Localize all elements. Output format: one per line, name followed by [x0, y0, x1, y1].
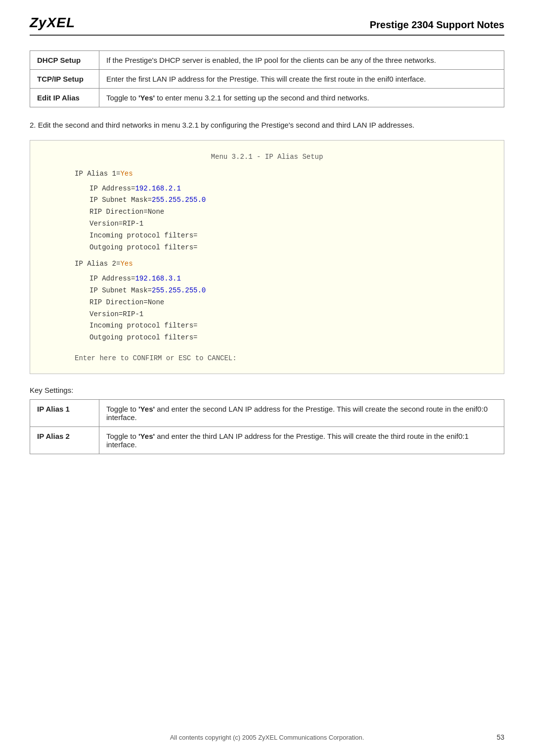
terminal-field: IP Subnet Mask=255.255.255.0 [89, 194, 489, 206]
terminal-box: Menu 3.2.1 - IP Alias Setup IP Alias 1=Y… [30, 140, 504, 374]
row-label: Edit IP Alias [30, 89, 99, 107]
paragraph-text: 2. Edit the second and third networks in… [30, 119, 504, 131]
info-table-2: IP Alias 1Toggle to 'Yes' and enter the … [30, 399, 504, 454]
table-row: Edit IP AliasToggle to 'Yes' to enter me… [30, 89, 504, 107]
row-content: Toggle to 'Yes' to enter menu 3.2.1 for … [99, 89, 504, 107]
terminal-field: Incoming protocol filters= [89, 230, 489, 242]
row-label: TCP/IP Setup [30, 70, 99, 89]
table-row: IP Alias 1Toggle to 'Yes' and enter the … [30, 399, 504, 426]
logo: ZyXEL [30, 15, 75, 31]
row-label: DHCP Setup [30, 51, 99, 70]
row-label: IP Alias 2 [30, 426, 99, 454]
terminal-field: RIP Direction=None [89, 206, 489, 218]
row-content: If the Prestige's DHCP server is enabled… [99, 51, 504, 70]
row-content: Toggle to 'Yes' and enter the third LAN … [99, 426, 504, 454]
terminal-field: IP Subnet Mask=255.255.255.0 [89, 285, 489, 297]
header-title: Prestige 2304 Support Notes [370, 19, 504, 31]
confirm-line: Enter here to CONFIRM or ESC to CANCEL: [75, 353, 489, 365]
terminal-field: Incoming protocol filters= [89, 320, 489, 332]
terminal-field: Version=RIP-1 [89, 218, 489, 230]
table-row: TCP/IP SetupEnter the first LAN IP addre… [30, 70, 504, 89]
terminal-field: IP Address=192.168.2.1 [89, 183, 489, 195]
info-table-1: DHCP SetupIf the Prestige's DHCP server … [30, 50, 504, 107]
header: ZyXEL Prestige 2304 Support Notes [30, 15, 504, 36]
key-settings-label: Key Settings: [30, 386, 504, 394]
terminal-field: RIP Direction=None [89, 297, 489, 309]
page: ZyXEL Prestige 2304 Support Notes DHCP S… [0, 0, 534, 756]
row-content: Enter the first LAN IP address for the P… [99, 70, 504, 89]
row-content: Toggle to 'Yes' and enter the second LAN… [99, 399, 504, 426]
alias2-fields: IP Address=192.168.3.1IP Subnet Mask=255… [45, 273, 489, 344]
alias1-fields: IP Address=192.168.2.1IP Subnet Mask=255… [45, 183, 489, 254]
row-label: IP Alias 1 [30, 399, 99, 426]
alias1-section: IP Alias 1=Yes [75, 168, 489, 180]
alias1-value: Yes [120, 170, 133, 178]
alias2-label: IP Alias 2= [75, 260, 120, 268]
alias2-section: IP Alias 2=Yes [75, 258, 489, 270]
table-row: DHCP SetupIf the Prestige's DHCP server … [30, 51, 504, 70]
table-row: IP Alias 2Toggle to 'Yes' and enter the … [30, 426, 504, 454]
terminal-title: Menu 3.2.1 - IP Alias Setup [45, 151, 489, 163]
alias1-label: IP Alias 1= [75, 170, 120, 178]
alias2-value: Yes [120, 260, 133, 268]
terminal-field: Outgoing protocol filters= [89, 242, 489, 254]
terminal-field: IP Address=192.168.3.1 [89, 273, 489, 285]
terminal-field: Outgoing protocol filters= [89, 332, 489, 344]
terminal-field: Version=RIP-1 [89, 309, 489, 321]
page-number: 53 [496, 733, 504, 741]
footer-copyright: All contents copyright (c) 2005 ZyXEL Co… [0, 734, 534, 741]
